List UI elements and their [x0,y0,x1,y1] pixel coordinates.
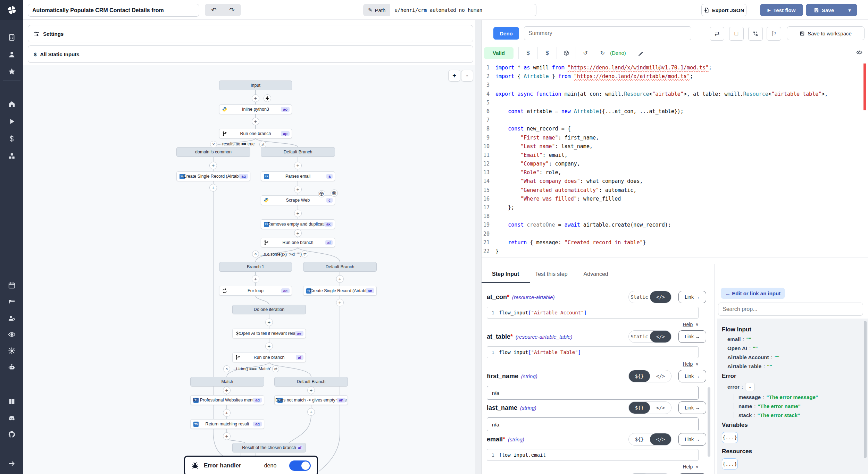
flow-node-default_branch_1[interactable]: Default Branch [261,147,335,157]
workspace-building-icon[interactable] [0,31,23,44]
link-button[interactable]: Link → [678,401,706,414]
code-line[interactable]: 20 [482,231,868,239]
code-line[interactable]: 11 "Email": email, [482,152,868,161]
prop-picker-scrollbar[interactable] [864,321,867,458]
flow-node-run_branch_ap[interactable]: Run one branchap [219,129,292,138]
prop-value[interactable]: "" [767,363,772,369]
add-step-icon[interactable]: + [223,409,231,417]
remove-branch-icon[interactable]: × [252,251,259,257]
link-button[interactable]: Link → [678,330,706,343]
toggle-left-option[interactable]: ${} [629,370,650,382]
swap-branch-icon[interactable]: ⇄ [301,251,308,257]
code-line[interactable]: 2import { Airtable } from "https://deno.… [482,73,868,82]
help-link[interactable]: Help [683,361,693,367]
code-line[interactable]: 21 return { message: "Created record in … [482,239,868,248]
step-pane-scrollbar[interactable] [708,387,710,457]
code-line[interactable]: 9 "First name": first_name, [482,135,868,143]
settings-gear-icon[interactable] [0,344,23,358]
prop-value[interactable]: "The error message" [766,394,818,400]
code-line[interactable]: 17 }; [482,204,868,213]
sync-icon[interactable]: ⇄ [710,27,724,41]
link-button[interactable]: Link → [678,433,706,446]
code-line[interactable]: 8 const new_record = { [482,126,868,134]
flow-title-input[interactable] [28,4,199,17]
path-input[interactable] [390,4,536,16]
toggle-left-option[interactable]: ${} [629,433,650,445]
code-line[interactable]: 1import * as wmill from "https://deno.la… [482,65,868,73]
add-step-icon[interactable]: + [294,229,302,237]
schedules-calendar-icon[interactable] [0,278,23,292]
flow-node-domain_common[interactable]: domain is common [176,147,250,157]
prop-value[interactable]: "The error stack" [758,412,800,418]
delete-node-icon[interactable]: ⊗ [331,189,338,197]
error-handler-toggle[interactable] [289,460,311,471]
save-to-workspace-button[interactable]: Save to workspace [787,26,865,40]
add-step-icon[interactable]: + [252,275,259,283]
toggle-left-option[interactable]: Static [629,331,650,342]
add-step-icon[interactable]: + [252,94,259,102]
prop-value[interactable]: "" [775,354,779,360]
input-mode-toggle[interactable]: Static </> [628,291,671,303]
favorites-star-icon[interactable] [0,65,23,78]
remove-branch-icon[interactable]: × [223,365,230,372]
code-line[interactable]: 12 "Company": company, [482,161,868,169]
zoom-in-button[interactable]: + [448,70,460,82]
path-edit-button[interactable]: ✎ Path [363,4,390,16]
github-icon[interactable] [0,428,23,441]
code-line[interactable]: 3 [482,82,868,91]
code-line[interactable]: 22} [482,248,868,257]
panel-resize-gutter[interactable] [475,20,482,474]
flow-node-input[interactable]: Input [219,81,292,90]
tab-advanced[interactable]: Advanced [584,271,608,283]
code-line[interactable]: 6 const airtable = new Airtable({...at_c… [482,108,868,117]
help-link[interactable]: Help [683,322,693,327]
prop-key[interactable]: name [738,403,752,409]
flow-node-create_record_an[interactable]: TSCreate Single Record (Airtable)an [303,286,377,296]
add-step-icon[interactable]: + [209,162,217,169]
input-mode-toggle[interactable]: Static </> [628,330,671,343]
docs-book-icon[interactable] [0,395,23,408]
collapse-arrow-icon[interactable] [0,457,23,471]
prop-value[interactable]: "" [746,336,751,342]
test-flow-button[interactable]: ▶ Test flow [760,4,803,16]
flow-node-run_branch_al[interactable]: Run one branchal [261,238,335,247]
flow-node-openai_relevant[interactable]: Open AI to tell if relevant resultae [232,329,306,338]
flow-node-removes_empty[interactable]: TSRemoves empty and duplicatesak [261,219,335,229]
flow-node-inline_python3[interactable]: Inline python3ao [219,104,292,114]
expand-object-button[interactable]: {...} [722,432,738,443]
field-expression-editor[interactable]: 1flow_input["Airtable Table"] [487,346,699,358]
add-step-icon[interactable]: + [336,275,344,283]
variables-dollar-icon[interactable] [0,132,23,146]
resources-boxes-icon[interactable] [0,149,23,163]
remove-branch-icon[interactable]: × [210,141,217,148]
swap-branch-icon[interactable]: ⇄ [272,365,279,372]
code-editor[interactable]: 1import * as wmill from "https://deno.la… [482,62,868,257]
flow-node-parses_email[interactable]: TSParses emaila [261,171,335,181]
flow-node-match[interactable]: Match [190,377,264,387]
prop-search-input[interactable] [718,303,863,316]
swap-branch-icon[interactable]: ⇄ [259,141,266,148]
code-line[interactable]: 7 [482,117,868,126]
link-button[interactable]: Link → [678,370,706,382]
add-step-icon[interactable]: + [294,210,302,217]
chevron-down-icon[interactable]: ∨ [695,322,699,327]
help-link[interactable]: Help [683,464,693,469]
add-step-icon[interactable]: + [223,432,231,440]
flow-node-does_not_match[interactable]: TSDoes not match -> gives empty valueah [274,395,348,405]
audit-eye-icon[interactable] [0,328,23,341]
flow-node-for_loop[interactable]: For loopac [219,286,292,296]
add-step-icon[interactable]: + [294,162,302,169]
flow-node-create_record_aq[interactable]: TSCreate Single Record (Airtable)aq [176,171,250,181]
workers-robot-icon[interactable] [0,360,23,374]
flow-node-run_branch_af[interactable]: Run one branchaf [232,353,306,362]
move-node-icon[interactable]: ⊕ [318,190,325,197]
settings-bar[interactable]: Settings [28,25,473,42]
flag-icon[interactable]: ⚐ [767,27,781,41]
flow-node-return_matching[interactable]: TSReturn matching resultag [190,419,264,429]
tab-step-input[interactable]: Step Input [492,271,519,283]
phone-call-icon[interactable] [748,27,763,41]
prop-key[interactable]: Open AI [727,345,747,351]
summary-input[interactable] [524,26,691,40]
package-icon[interactable] [557,47,576,59]
add-step-icon[interactable]: + [294,186,302,193]
